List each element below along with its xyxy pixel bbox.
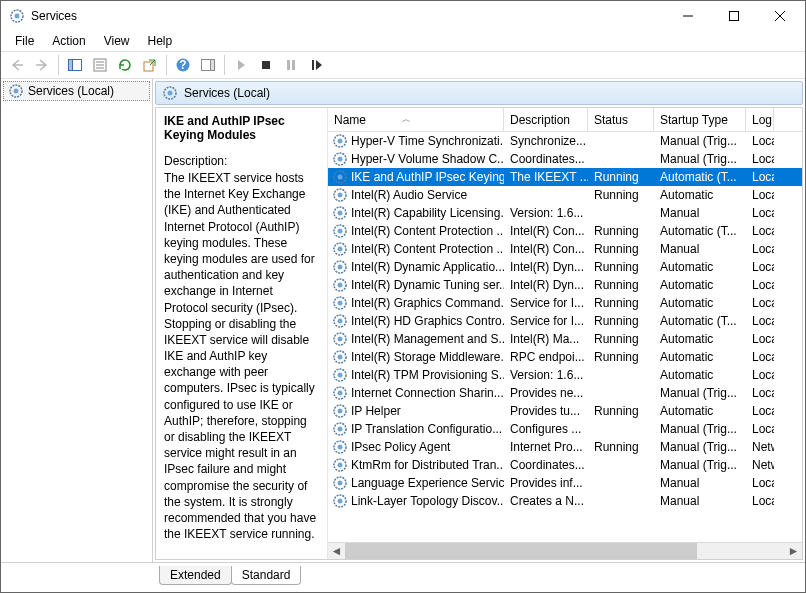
service-desc: Configures ... [504,422,588,436]
col-name[interactable]: Name︿ [328,108,504,131]
service-icon [332,151,348,167]
close-button[interactable] [757,1,803,31]
minimize-button[interactable] [665,1,711,31]
service-name-label: Link-Layer Topology Discov... [351,494,504,508]
service-desc: Provides tu... [504,404,588,418]
service-row[interactable]: Intel(R) Storage Middleware...RPC endpoi… [328,348,802,366]
service-row[interactable]: Internet Connection Sharin...Provides ne… [328,384,802,402]
service-icon [332,457,348,473]
scroll-right-icon[interactable]: ► [785,543,802,560]
menu-action[interactable]: Action [44,32,93,50]
properties-button[interactable] [88,53,112,77]
service-startup: Automatic [654,404,746,418]
col-status[interactable]: Status [588,108,654,131]
tree-root-item[interactable]: Services (Local) [3,81,150,101]
app-icon [9,8,25,24]
service-desc: Provides ne... [504,386,588,400]
service-row[interactable]: Intel(R) Audio ServiceRunningAutomaticLo… [328,186,802,204]
service-row[interactable]: Intel(R) HD Graphics Contro...Service fo… [328,312,802,330]
service-icon [332,349,348,365]
service-desc: Creates a N... [504,494,588,508]
menu-view[interactable]: View [96,32,138,50]
service-status: Running [588,224,654,238]
scroll-left-icon[interactable]: ◄ [328,543,345,560]
service-icon [332,421,348,437]
show-hide-tree-button[interactable] [63,53,87,77]
export-button[interactable] [138,53,162,77]
panel-header: Services (Local) [155,81,803,105]
service-logon: Loca [746,476,774,490]
back-button[interactable] [5,53,29,77]
service-name-label: Language Experience Service [351,476,504,490]
service-name-label: Intel(R) Management and S... [351,332,504,346]
service-row[interactable]: Intel(R) Capability Licensing...Version:… [328,204,802,222]
help-button[interactable]: ? [171,53,195,77]
service-status: Running [588,260,654,274]
svg-text:?: ? [179,58,186,72]
col-description[interactable]: Description [504,108,588,131]
service-icon [332,313,348,329]
service-startup: Automatic [654,296,746,310]
forward-button[interactable] [30,53,54,77]
scroll-thumb[interactable] [345,543,697,560]
service-row[interactable]: Intel(R) Content Protection ...Intel(R) … [328,240,802,258]
service-row[interactable]: IP HelperProvides tu...RunningAutomaticL… [328,402,802,420]
col-startup-type[interactable]: Startup Type [654,108,746,131]
service-logon: Loca [746,224,774,238]
service-startup: Automatic [654,350,746,364]
service-logon: Loca [746,260,774,274]
maximize-button[interactable] [711,1,757,31]
restart-service-button[interactable] [304,53,328,77]
service-row[interactable]: Intel(R) Dynamic Applicatio...Intel(R) D… [328,258,802,276]
service-row[interactable]: Link-Layer Topology Discov...Creates a N… [328,492,802,510]
detail-pane: IKE and AuthIP IPsec Keying Modules Desc… [156,108,328,559]
service-row[interactable]: IKE and AuthIP IPsec Keying...The IKEEXT… [328,168,802,186]
stop-service-button[interactable] [254,53,278,77]
service-desc: Version: 1.6... [504,206,588,220]
service-name-label: Hyper-V Volume Shadow C... [351,152,504,166]
service-logon: Loca [746,296,774,310]
service-row[interactable]: Intel(R) Management and S...Intel(R) Ma.… [328,330,802,348]
service-row[interactable]: Intel(R) TPM Provisioning S...Version: 1… [328,366,802,384]
service-icon [332,223,348,239]
menu-file[interactable]: File [7,32,42,50]
service-status: Running [588,314,654,328]
menu-help[interactable]: Help [140,32,181,50]
service-row[interactable]: Hyper-V Volume Shadow C...Coordinates...… [328,150,802,168]
service-row[interactable]: Intel(R) Content Protection ...Intel(R) … [328,222,802,240]
tab-extended[interactable]: Extended [159,566,232,585]
svg-rect-16 [211,60,215,71]
service-row[interactable]: Intel(R) Graphics Command...Service for … [328,294,802,312]
service-desc: RPC endpoi... [504,350,588,364]
service-row[interactable]: IP Translation Configuratio...Configures… [328,420,802,438]
service-desc: Coordinates... [504,152,588,166]
horizontal-scrollbar[interactable]: ◄ ► [328,542,802,559]
pause-service-button[interactable] [279,53,303,77]
tab-standard[interactable]: Standard [231,566,302,585]
service-desc: Internet Pro... [504,440,588,454]
menu-bar: File Action View Help [1,31,805,51]
service-startup: Manual (Trig... [654,458,746,472]
service-desc: Intel(R) Con... [504,242,588,256]
refresh-button[interactable] [113,53,137,77]
service-logon: Loca [746,242,774,256]
service-row[interactable]: Hyper-V Time Synchronizati...Synchronize… [328,132,802,150]
service-startup: Automatic [654,278,746,292]
service-row[interactable]: Intel(R) Dynamic Tuning ser...Intel(R) D… [328,276,802,294]
service-row[interactable]: IPsec Policy AgentInternet Pro...Running… [328,438,802,456]
start-service-button[interactable] [229,53,253,77]
column-headers: Name︿ Description Status Startup Type Lo… [328,108,802,132]
service-name-label: Intel(R) Content Protection ... [351,242,504,256]
services-icon [8,83,24,99]
service-startup: Manual (Trig... [654,440,746,454]
service-logon: Loca [746,368,774,382]
svg-rect-3 [730,12,739,21]
col-log-on-as[interactable]: Log [746,108,774,131]
service-row[interactable]: KtmRm for Distributed Tran...Coordinates… [328,456,802,474]
service-row[interactable]: Language Experience ServiceProvides inf.… [328,474,802,492]
action-pane-button[interactable] [196,53,220,77]
service-icon [332,403,348,419]
window-title: Services [31,9,665,23]
service-startup: Automatic (T... [654,170,746,184]
service-status: Running [588,278,654,292]
